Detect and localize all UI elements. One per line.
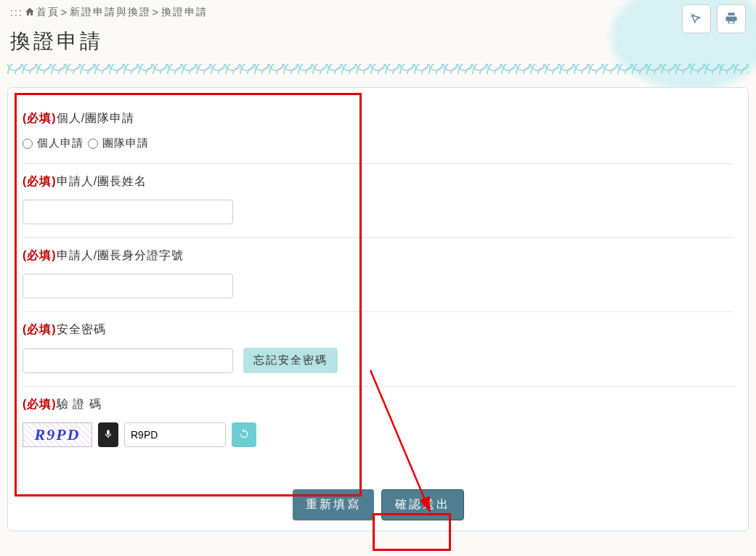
- label-text: 申請人/團長姓名: [57, 175, 147, 187]
- captcha-audio-button[interactable]: [98, 422, 118, 447]
- required-tag: (必填): [23, 175, 57, 187]
- required-tag: (必填): [23, 398, 57, 410]
- submit-button[interactable]: 確認送出: [381, 489, 464, 520]
- top-buttons: [682, 4, 746, 33]
- wavy-divider: [7, 64, 749, 74]
- label-text: 驗 證 碼: [57, 398, 102, 410]
- radio-individual-label: 個人申請: [37, 136, 84, 150]
- field-captcha: (必填)驗 證 碼 R9PD: [23, 387, 733, 460]
- radio-team[interactable]: [88, 139, 98, 149]
- form-area: (必填)個人/團隊申請 個人申請 團隊申請 (必填)申請人/團長姓名 (必填)申…: [8, 88, 748, 467]
- button-row: 重新填寫 確認送出: [8, 467, 748, 531]
- captcha-image: R9PD: [23, 422, 92, 447]
- label-password: (必填)安全密碼: [23, 322, 733, 338]
- breadcrumb-home[interactable]: 首頁: [36, 6, 60, 19]
- print-button[interactable]: [717, 4, 746, 33]
- label-text: 個人/團隊申請: [57, 112, 134, 124]
- mouse-icon: [690, 12, 703, 27]
- label-name: (必填)申請人/團長姓名: [23, 174, 733, 189]
- captcha-refresh-button[interactable]: [232, 422, 256, 447]
- field-idno: (必填)申請人/團長身分證字號: [23, 238, 733, 312]
- radio-group-type: 個人申請 團隊申請: [23, 136, 733, 150]
- breadcrumb-level2[interactable]: 新證申請與換證: [70, 6, 151, 19]
- password-input[interactable]: [23, 348, 233, 373]
- breadcrumb-sep: >: [61, 7, 68, 18]
- breadcrumb-sep: >: [153, 7, 160, 18]
- name-input[interactable]: [23, 200, 233, 224]
- topbar: ::: 首頁 > 新證申請與換證 > 換證申請 換證申請: [0, 0, 756, 55]
- radio-individual[interactable]: [23, 139, 33, 149]
- required-tag: (必填): [23, 112, 57, 124]
- refresh-icon: [238, 428, 250, 442]
- accessibility-button[interactable]: [682, 4, 711, 33]
- label-text: 安全密碼: [57, 323, 106, 335]
- forgot-password-button[interactable]: 忘記安全密碼: [243, 348, 338, 373]
- page-title: 換證申請: [10, 28, 746, 55]
- radio-team-label: 團隊申請: [102, 136, 149, 150]
- label-captcha: (必填)驗 證 碼: [23, 397, 733, 412]
- field-name: (必填)申請人/團長姓名: [23, 164, 733, 238]
- home-icon[interactable]: [25, 7, 35, 19]
- print-icon: [725, 12, 738, 27]
- main-panel: (必填)個人/團隊申請 個人申請 團隊申請 (必填)申請人/團長姓名 (必填)申…: [7, 87, 749, 531]
- label-idno: (必填)申請人/團長身分證字號: [23, 248, 733, 263]
- breadcrumb-level3[interactable]: 換證申請: [161, 6, 208, 19]
- field-application-type: (必填)個人/團隊申請 個人申請 團隊申請: [23, 101, 733, 164]
- reset-button[interactable]: 重新填寫: [293, 489, 374, 520]
- breadcrumb-prefix: :::: [10, 7, 23, 18]
- mic-icon: [103, 429, 113, 441]
- label-application-type: (必填)個人/團隊申請: [23, 111, 733, 126]
- captcha-input[interactable]: [124, 422, 226, 447]
- idno-input[interactable]: [23, 274, 233, 298]
- required-tag: (必填): [23, 323, 57, 335]
- required-tag: (必填): [23, 249, 57, 261]
- label-text: 申請人/團長身分證字號: [57, 249, 184, 261]
- field-password: (必填)安全密碼 忘記安全密碼: [23, 312, 733, 387]
- breadcrumb: ::: 首頁 > 新證申請與換證 > 換證申請: [10, 6, 746, 19]
